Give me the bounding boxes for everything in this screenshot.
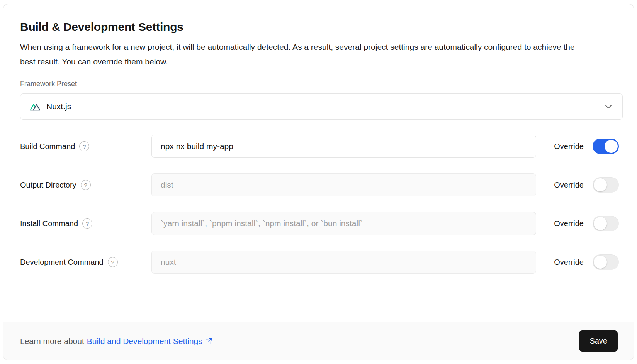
card-content: Build & Development Settings When using … (3, 4, 634, 322)
toggle-knob (594, 178, 607, 191)
learn-more-link[interactable]: Build and Development Settings (87, 337, 213, 346)
chevron-down-icon (604, 102, 613, 111)
override-label: Override (554, 142, 584, 151)
toggle-knob (594, 256, 607, 269)
output-directory-row: Output Directory ? Override (20, 173, 619, 196)
override-label: Override (554, 219, 584, 228)
framework-preset-select[interactable]: Nuxt.js (20, 93, 623, 120)
save-button[interactable]: Save (579, 330, 618, 352)
help-icon[interactable]: ? (79, 141, 89, 151)
framework-selected-value: Nuxt.js (46, 102, 71, 111)
build-command-label: Build Command (20, 142, 75, 151)
card-footer: Learn more about Build and Development S… (3, 322, 634, 360)
development-command-override-toggle[interactable] (593, 254, 619, 270)
page-title: Build & Development Settings (20, 20, 619, 34)
help-icon[interactable]: ? (81, 180, 91, 190)
override-label: Override (554, 181, 584, 190)
help-icon[interactable]: ? (82, 218, 92, 229)
build-command-row: Build Command ? Override (20, 135, 619, 158)
output-directory-label: Output Directory (20, 181, 76, 190)
build-command-override-toggle[interactable] (593, 139, 619, 154)
learn-more: Learn more about Build and Development S… (20, 337, 213, 346)
development-command-row: Development Command ? Override (20, 251, 619, 274)
external-link-icon (205, 337, 213, 345)
install-command-row: Install Command ? Override (20, 212, 619, 235)
build-command-input[interactable] (151, 135, 536, 158)
build-settings-card: Build & Development Settings When using … (3, 4, 634, 360)
learn-more-link-text: Build and Development Settings (87, 337, 202, 346)
output-directory-input (151, 173, 536, 196)
toggle-knob (605, 140, 618, 153)
help-icon[interactable]: ? (108, 257, 118, 267)
nuxt-logo-icon (30, 102, 41, 112)
install-command-input (151, 212, 536, 235)
learn-more-prefix: Learn more about (20, 337, 84, 346)
output-directory-override-toggle[interactable] (593, 177, 619, 193)
toggle-knob (594, 217, 607, 230)
development-command-label: Development Command (20, 258, 104, 267)
install-command-label: Install Command (20, 219, 78, 228)
description-text: When using a framework for a new project… (20, 40, 580, 69)
development-command-input (151, 251, 536, 274)
settings-rows: Build Command ? Override Output Director… (20, 135, 619, 274)
override-label: Override (554, 258, 584, 267)
install-command-override-toggle[interactable] (593, 216, 619, 231)
framework-preset-label: Framework Preset (20, 80, 619, 88)
